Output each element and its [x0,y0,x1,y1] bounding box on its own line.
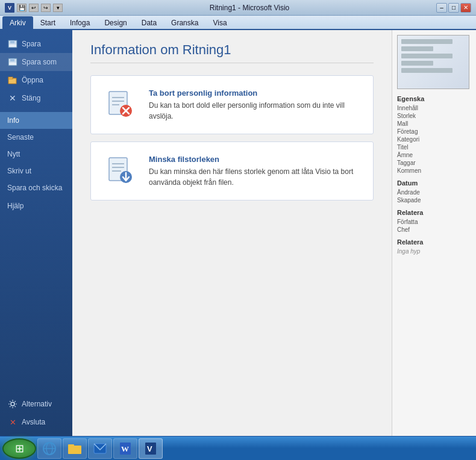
sidebar-label-alternativ: Alternativ [22,400,52,408]
preview-line-2 [401,46,433,51]
gear-icon [7,399,18,409]
props-heading-egenskaper: Egenska [397,95,471,102]
minimize-size-card[interactable]: Minska filstorleken Du kan minska den hä… [90,141,374,200]
taskbar-word-icon[interactable]: W [113,438,137,459]
remove-personal-title: Ta bort personlig information [149,89,363,98]
sidebar-item-skriv-ut[interactable]: Skriv ut [0,163,72,179]
props-titel[interactable]: Titel [397,143,471,151]
tab-arkiv[interactable]: Arkiv [2,16,33,29]
taskbar-ie-icon[interactable] [37,438,61,459]
svg-rect-26 [68,444,74,447]
minimize-size-icon [101,152,139,190]
main-container: Spara Spara som Öppna ✕ Stäng Info Sen [0,30,476,436]
sidebar-label-spara: Spara [22,40,41,48]
minimize-size-desc: Du kan minska den här filens storlek gen… [149,166,363,188]
svg-rect-4 [10,58,14,61]
props-section-relatera2: Relatera Inga hyp [397,238,471,255]
exit-icon: ✕ [7,417,18,427]
svg-rect-7 [8,77,13,79]
sidebar-item-avsluta[interactable]: ✕ Avsluta [0,413,72,431]
svg-rect-2 [9,45,16,47]
sidebar-item-alternativ[interactable]: Alternativ [0,395,72,413]
props-forfattare[interactable]: Författa [397,218,471,226]
close-window-btn[interactable]: ✕ [460,3,471,13]
tab-visa[interactable]: Visa [205,16,234,29]
content-area: Information om Ritning1 Ta bort personli… [72,30,392,436]
svg-text:W: W [121,444,129,453]
maximize-window-btn[interactable]: □ [448,3,459,13]
tab-data[interactable]: Data [134,16,164,29]
save-quick-btn[interactable]: 💾 [17,4,27,12]
start-button[interactable]: ⊞ [2,438,36,459]
title-bar: V 💾 ↩ ↪ ▾ Ritning1 - Microsoft Visio – □… [0,0,476,16]
remove-personal-text: Ta bort personlig information Du kan ta … [149,89,363,122]
redo-btn[interactable]: ↪ [41,4,51,12]
svg-rect-5 [9,63,16,65]
title-bar-left: V 💾 ↩ ↪ ▾ [5,3,63,13]
svg-rect-25 [68,446,81,454]
preview-line-3 [401,54,453,58]
sidebar-label-avsluta: Avsluta [22,418,45,426]
taskbar-folder-icon[interactable] [63,438,87,459]
tab-granska[interactable]: Granska [164,16,205,29]
sidebar-item-oppna[interactable]: Öppna [0,71,72,89]
taskbar-outlook-icon[interactable] [88,438,112,459]
tab-design[interactable]: Design [97,16,134,29]
minimize-window-btn[interactable]: – [436,3,447,13]
sidebar: Spara Spara som Öppna ✕ Stäng Info Sen [0,30,72,436]
sidebar-item-senaste[interactable]: Senaste [0,129,72,146]
ribbon-tabs: Arkiv Start Infoga Design Data Granska V… [0,16,476,30]
preview-inner [398,36,469,89]
page-title: Information om Ritning1 [90,42,374,63]
sidebar-label-info: Info [7,116,19,125]
preview-line-1 [401,39,453,44]
svg-rect-1 [10,40,14,43]
sidebar-item-spara-som[interactable]: Spara som [0,53,72,71]
sidebar-item-hjalp[interactable]: Hjälp [0,197,72,214]
window-controls: – □ ✕ [436,3,471,13]
more-btn[interactable]: ▾ [53,4,63,12]
tab-infoga[interactable]: Infoga [63,16,97,29]
undo-btn[interactable]: ↩ [29,4,39,12]
sidebar-item-info[interactable]: Info [0,112,72,129]
props-mall[interactable]: Mall [397,120,471,128]
sidebar-label-oppna: Öppna [22,76,43,84]
props-taggar[interactable]: Taggar [397,159,471,167]
document-preview [397,35,469,89]
props-amne[interactable]: Ämne [397,151,471,159]
props-storlek[interactable]: Storlek [397,112,471,120]
sidebar-label-nytt: Nytt [7,150,20,158]
props-skapade[interactable]: Skapade [397,196,471,204]
sidebar-item-nytt[interactable]: Nytt [0,146,72,163]
sidebar-label-spara-som: Spara som [22,58,57,66]
props-innehall[interactable]: Innehåll [397,104,471,112]
minimize-size-title: Minska filstorleken [149,155,363,164]
props-foretag[interactable]: Företag [397,128,471,135]
sidebar-label-skriv-ut: Skriv ut [7,167,31,175]
remove-personal-card[interactable]: Ta bort personlig information Du kan ta … [90,75,374,134]
sidebar-label-hjalp: Hjälp [7,202,23,210]
remove-personal-desc: Du kan ta bort dold eller personlig info… [149,100,363,122]
props-kategori[interactable]: Kategori [397,135,471,143]
props-andrade[interactable]: Ändrade [397,188,471,196]
props-kommentar[interactable]: Kommen [397,167,471,175]
props-section-relatera1: Relatera Författa Chef [397,209,471,234]
props-inga-hyp: Inga hyp [397,247,471,255]
props-section-datum: Datum Ändrade Skapade [397,179,471,204]
svg-text:V: V [147,444,152,453]
preview-line-5 [401,68,453,73]
props-chef[interactable]: Chef [397,226,471,234]
window-title: Ritning1 - Microsoft Visio [63,4,436,12]
tab-start[interactable]: Start [33,16,63,29]
sidebar-item-spara[interactable]: Spara [0,35,72,53]
sidebar-item-spara-skicka[interactable]: Spara och skicka [0,179,72,197]
props-heading-relatera1: Relatera [397,209,471,216]
save-as-icon [7,57,18,67]
sidebar-label-senaste: Senaste [7,133,34,141]
close-icon: ✕ [7,93,18,103]
taskbar-visio-icon[interactable]: V [139,438,163,459]
preview-line-4 [401,61,433,66]
taskbar: ⊞ W V [0,436,476,460]
sidebar-label-stang: Stäng [22,94,40,102]
sidebar-item-stang[interactable]: ✕ Stäng [0,89,72,107]
